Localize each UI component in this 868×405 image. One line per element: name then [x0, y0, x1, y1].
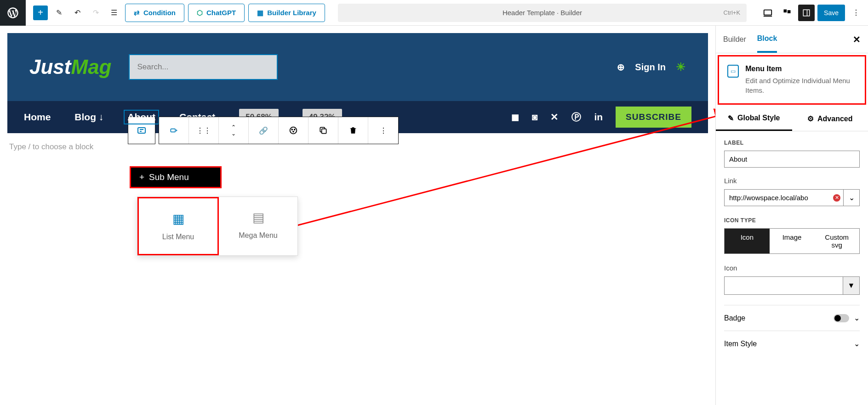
block-name: Menu Item — [745, 65, 857, 73]
block-description: Edit and Optimize Individual Menu Items. — [745, 76, 857, 95]
link-input[interactable] — [724, 189, 830, 206]
label-input[interactable] — [724, 151, 860, 168]
subscribe-button[interactable]: SUBSCRIBE — [616, 107, 691, 128]
svg-rect-3 — [788, 10, 791, 13]
svg-rect-0 — [764, 10, 772, 15]
condition-button[interactable]: ⇄Condition — [125, 4, 184, 22]
list-menu-option[interactable]: ▦ List Menu — [137, 197, 219, 255]
facebook-icon[interactable]: ◼ — [511, 112, 519, 123]
icon-type-heading: ICON TYPE — [724, 217, 860, 224]
signin-link[interactable]: Sign In — [635, 62, 666, 73]
block-toolbar: ⋮⋮ ⌃⌄ 🔗 ⋮ — [159, 117, 399, 144]
settings-sidebar: Builder Block ✕ ▭ Menu Item Edit and Opt… — [715, 26, 868, 405]
badge-row[interactable]: Badge ⌄ — [724, 305, 860, 331]
chatgpt-button[interactable]: ⬡ChatGPT — [188, 4, 245, 22]
mega-menu-option[interactable]: ▤ Mega Menu — [219, 197, 297, 255]
more-options-icon[interactable]: ⋮ — [848, 5, 864, 21]
svg-point-12 — [294, 129, 295, 130]
mega-menu-icon: ▤ — [224, 210, 292, 225]
clear-link-icon[interactable]: ✕ — [830, 189, 843, 206]
site-logo: JustMag — [29, 56, 111, 79]
subtab-advanced[interactable]: ⚙Advanced — [792, 107, 868, 131]
badge-toggle[interactable] — [834, 314, 849, 322]
link-icon[interactable]: 🔗 — [249, 117, 279, 144]
svg-point-13 — [293, 131, 294, 132]
undo-icon[interactable]: ↶ — [70, 6, 85, 20]
list-view-icon[interactable]: ☰ — [107, 6, 121, 20]
panels-icon[interactable] — [779, 5, 795, 21]
builder-library-button[interactable]: ▦Builder Library — [248, 4, 325, 22]
nav-home[interactable]: Home — [24, 112, 51, 123]
svg-rect-9 — [171, 129, 175, 132]
nav-blog[interactable]: Blog ↓ — [74, 112, 103, 123]
icon-type-custom[interactable]: Custom svg — [814, 229, 859, 253]
chevron-down-icon: ⌄ — [854, 339, 860, 348]
nav-about[interactable]: About — [125, 111, 158, 124]
link-dropdown-button[interactable]: ⌄ — [843, 189, 860, 206]
tab-builder[interactable]: Builder — [723, 26, 746, 53]
submenu-popup: +Sub Menu ▦ List Menu ▤ Mega Menu — [130, 166, 298, 256]
svg-rect-14 — [322, 129, 326, 134]
plus-icon: + — [139, 172, 144, 182]
link-heading: Link — [724, 177, 860, 185]
redo-icon[interactable]: ↷ — [88, 6, 103, 20]
menu-item-icon: ▭ — [727, 65, 739, 78]
edit-icon[interactable]: ✎ — [51, 6, 66, 20]
delete-icon[interactable] — [338, 117, 368, 144]
keyboard-shortcut: Ctrl+K — [724, 9, 740, 16]
drag-handle-icon[interactable]: ⋮⋮ — [189, 117, 219, 144]
save-button[interactable]: Save — [817, 5, 845, 21]
icon-type-icon[interactable]: Icon — [725, 229, 770, 253]
icon-picker[interactable] — [724, 276, 843, 295]
icon-type-selector: Icon Image Custom svg — [724, 228, 860, 254]
page-title[interactable]: Header Template · Builder Ctrl+K — [338, 4, 747, 22]
submenu-header[interactable]: +Sub Menu — [130, 166, 222, 188]
move-arrows-icon[interactable]: ⌃⌄ — [219, 117, 249, 144]
sidebar-toggle-icon[interactable] — [798, 5, 815, 21]
svg-point-10 — [290, 127, 297, 134]
block-info-panel: ▭ Menu Item Edit and Optimize Individual… — [718, 55, 866, 105]
theme-toggle-icon[interactable]: ☀ — [676, 61, 686, 73]
tab-block[interactable]: Block — [757, 26, 777, 53]
icon-dropdown-button[interactable]: ▼ — [843, 276, 860, 295]
chevron-down-icon: ⌄ — [854, 314, 860, 322]
svg-rect-4 — [803, 10, 810, 16]
pinterest-icon[interactable]: Ⓟ — [571, 111, 581, 124]
editor-canvas: JustMag ⊕ Sign In ☀ ⋮⋮ ⌃⌄ 🔗 ⋮ Home Blog … — [0, 26, 715, 405]
close-icon[interactable]: ✕ — [853, 34, 861, 45]
svg-point-11 — [291, 129, 292, 130]
style-icon[interactable] — [279, 117, 308, 144]
x-icon[interactable]: ✕ — [550, 112, 559, 123]
search-input[interactable] — [130, 55, 277, 79]
svg-rect-6 — [138, 128, 145, 133]
gear-icon: ⚙ — [807, 114, 814, 123]
top-toolbar: + ✎ ↶ ↷ ☰ ⇄Condition ⬡ChatGPT ▦Builder L… — [0, 0, 868, 26]
item-style-row[interactable]: Item Style ⌄ — [724, 331, 860, 356]
brush-icon: ✎ — [728, 114, 734, 123]
icon-heading: Icon — [724, 264, 860, 272]
list-menu-icon: ▦ — [144, 211, 212, 226]
instagram-icon[interactable]: ◙ — [532, 112, 538, 123]
subtab-global-style[interactable]: ✎Global Style — [716, 107, 792, 131]
preview-header: JustMag ⊕ Sign In ☀ — [7, 33, 708, 101]
svg-rect-2 — [784, 9, 787, 12]
desktop-view-icon[interactable] — [760, 5, 776, 21]
icon-type-image[interactable]: Image — [770, 229, 815, 253]
linkedin-icon[interactable]: in — [594, 112, 603, 123]
block-type-button[interactable] — [159, 117, 189, 144]
duplicate-icon[interactable] — [308, 117, 338, 144]
wordpress-logo[interactable] — [0, 0, 26, 26]
label-heading: LABEL — [724, 140, 860, 146]
add-block-button[interactable]: + — [33, 6, 48, 20]
more-icon[interactable]: ⋮ — [368, 117, 398, 144]
signin-icon: ⊕ — [617, 62, 625, 73]
